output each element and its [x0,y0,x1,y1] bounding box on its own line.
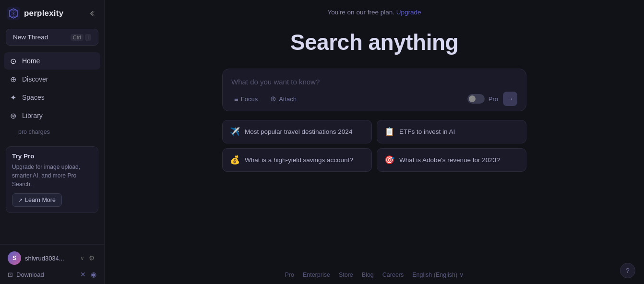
twitter-icon[interactable]: ✕ [80,271,86,278]
search-input[interactable] [231,78,517,92]
sidebar-item-spaces[interactable]: ✦ Spaces [4,89,100,106]
suggestion-text-2: What is a high-yield savings account? [245,156,353,164]
home-label: Home [22,57,40,65]
learn-more-arrow-icon: ↗ [18,197,23,203]
sidebar-footer: S shivrud3034... ∨ ⚙ ⊡ Download ✕ ◉ [0,244,104,284]
suggestion-emoji-3: 🎯 [384,155,394,165]
kbd-i: I [85,34,91,41]
suggestion-card-3[interactable]: 🎯 What is Adobe's revenue for 2023? [377,148,526,172]
sidebar: perplexity New Thread Ctrl I ⊙ Home ⊕ Di… [0,0,105,284]
suggestion-emoji-1: 📋 [384,127,394,137]
suggestion-card-2[interactable]: 💰 What is a high-yield savings account? [222,148,372,172]
chevron-down-icon: ∨ [80,255,84,261]
suggestion-row-1: ✈️ Most popular travel destinations 2024… [222,120,526,143]
suggestion-text-3: What is Adobe's revenue for 2023? [399,156,500,164]
try-pro-title: Try Pro [12,153,92,160]
help-button[interactable]: ? [620,263,635,278]
spaces-icon: ✦ [9,93,17,102]
discover-icon: ⊕ [9,75,17,83]
attach-button[interactable]: ⊕ Attach [267,93,299,105]
library-sub-items: pro charges [0,124,104,140]
download-row: ⊡ Download ✕ ◉ [6,268,98,279]
home-icon: ⊙ [9,57,17,65]
user-actions: ∨ ⚙ [80,253,96,263]
spaces-label: Spaces [22,94,45,101]
main-content: You're on our free plan. Upgrade Search … [105,0,644,284]
download-button[interactable]: ⊡ Download [8,271,44,278]
user-info: S shivrud3034... [8,251,64,265]
keyboard-shortcut: Ctrl I [71,34,91,41]
library-icon: ⊛ [9,111,17,120]
attach-label: Attach [279,95,297,103]
pro-toggle: Pro [467,94,498,104]
upgrade-link[interactable]: Upgrade [396,9,421,16]
focus-icon: ≡ [234,95,239,103]
settings-button[interactable]: ⚙ [87,253,96,263]
user-row[interactable]: S shivrud3034... ∨ ⚙ [6,248,98,268]
footer-link-blog[interactable]: Blog [362,272,374,278]
sidebar-item-library[interactable]: ⊛ Library [4,107,100,124]
suggestion-cards: ✈️ Most popular travel destinations 2024… [222,120,526,172]
suggestion-text-0: Most popular travel destinations 2024 [245,128,352,135]
nav-items: ⊙ Home ⊕ Discover ✦ Spaces ⊛ Library [0,52,104,124]
learn-more-label: Learn More [25,197,56,203]
download-label: Download [16,271,44,278]
attach-icon: ⊕ [270,95,276,103]
try-pro-section: Try Pro Upgrade for image upload, smarte… [6,146,98,213]
help-icon: ? [626,267,630,274]
sidebar-item-discover[interactable]: ⊕ Discover [4,71,100,88]
footer-link-careers[interactable]: Careers [382,272,404,278]
new-thread-label: New Thread [13,34,48,41]
sidebar-header: perplexity [0,0,104,25]
try-pro-description: Upgrade for image upload, smarter AI, an… [12,163,92,189]
suggestion-card-1[interactable]: 📋 ETFs to invest in AI [377,120,526,143]
suggestion-emoji-0: ✈️ [230,127,240,137]
suggestion-emoji-2: 💰 [230,155,240,165]
pro-toggle-switch[interactable] [467,94,485,104]
avatar: S [8,251,21,265]
footer-link-enterprise[interactable]: Enterprise [303,272,330,278]
logo-text: perplexity [24,9,63,18]
new-thread-button[interactable]: New Thread Ctrl I [6,29,98,46]
send-button[interactable]: → [503,92,517,106]
suggestion-text-1: ETFs to invest in AI [399,128,455,135]
suggestion-card-0[interactable]: ✈️ Most popular travel destinations 2024 [222,120,372,143]
focus-button[interactable]: ≡ Focus [231,93,261,105]
username: shivrud3034... [25,255,64,262]
library-sub-item-pro-charges[interactable]: pro charges [13,126,100,138]
footer-link-pro[interactable]: Pro [285,272,294,278]
search-toolbar: ≡ Focus ⊕ Attach Pro → [231,92,517,106]
logo: perplexity [7,7,63,20]
main-footer: Pro Enterprise Store Blog Careers Englis… [105,271,644,278]
learn-more-button[interactable]: ↗ Learn More [12,193,62,207]
send-arrow-icon: → [507,95,513,103]
discover-label: Discover [22,75,48,83]
search-box: ≡ Focus ⊕ Attach Pro → [222,69,526,111]
kbd-ctrl: Ctrl [71,34,83,41]
collapse-button[interactable] [86,8,97,19]
sidebar-item-home[interactable]: ⊙ Home [4,52,100,70]
suggestion-row-2: 💰 What is a high-yield savings account? … [222,148,526,172]
upgrade-bar-text: You're on our free plan. [328,9,394,16]
upgrade-bar: You're on our free plan. Upgrade [328,9,421,16]
search-tools-right: Pro → [467,92,517,106]
logo-icon [7,7,20,20]
pro-label: Pro [489,95,498,103]
focus-label: Focus [241,95,258,103]
discord-icon[interactable]: ◉ [91,271,96,278]
download-icon: ⊡ [8,271,13,278]
search-tools-left: ≡ Focus ⊕ Attach [231,93,299,105]
library-label: Library [22,112,43,119]
footer-link-language[interactable]: English (English) ∨ [412,271,464,278]
social-icons: ✕ ◉ [80,271,96,278]
search-title: Search anything [290,29,458,55]
footer-link-store[interactable]: Store [339,272,353,278]
